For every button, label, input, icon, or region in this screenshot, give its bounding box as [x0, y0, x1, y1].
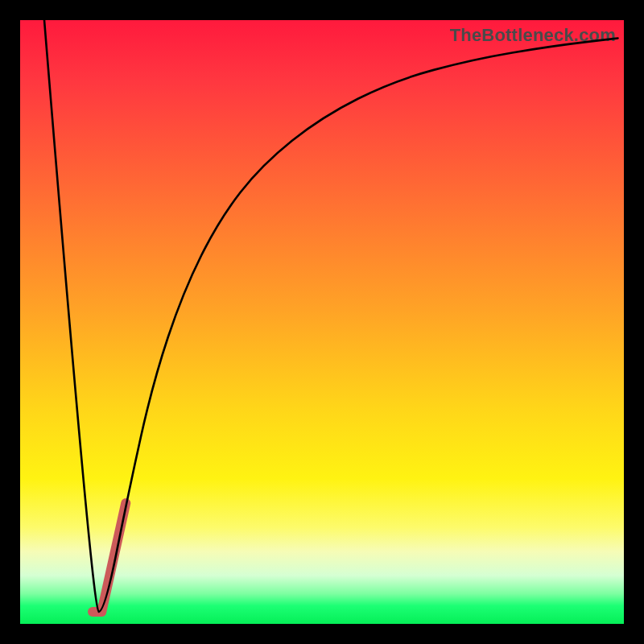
series-red-segment [93, 503, 126, 612]
chart-svg [20, 20, 624, 624]
chart-frame: TheBottleneck.com [0, 0, 644, 644]
series-black-curve [44, 20, 618, 612]
chart-plot-area: TheBottleneck.com [20, 20, 624, 624]
